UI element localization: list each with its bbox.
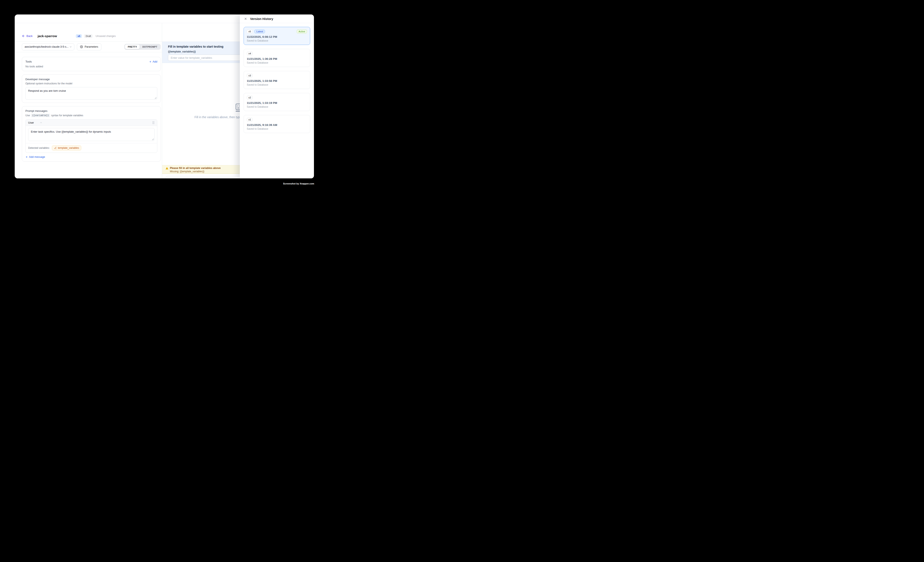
version-badge: v5 <box>76 34 82 38</box>
page-title: jack-sparrow <box>38 34 57 38</box>
back-button[interactable]: Back <box>22 34 33 37</box>
version-list: v5 Latest Active 11/22/2025, 6:08:12 PM … <box>240 23 314 141</box>
hint-prefix: Use <box>26 114 30 117</box>
add-tool-label: Add <box>153 60 157 63</box>
prompt-editor-column: Back jack-sparrow v5 Draft Unsaved chang… <box>15 23 162 178</box>
version-status: Saved to Database <box>247 39 307 42</box>
plus-icon <box>149 60 152 63</box>
version-number-badge: v4 <box>247 52 253 55</box>
prompt-messages-title: Prompt messages <box>26 109 157 112</box>
user-message-input[interactable]: Enter task specifics. Use {{template_var… <box>28 128 154 141</box>
screenshot-credit: Screenshot by Xnapper.com <box>283 182 314 185</box>
plus-icon <box>26 156 28 158</box>
version-history-header: Version History <box>240 15 314 23</box>
version-timestamp: 11/21/2025, 1:33:56 PM <box>247 79 307 82</box>
version-history-panel: Version History v5 Latest Active 11/22/2… <box>240 15 314 178</box>
pencil-icon <box>54 147 57 149</box>
parameters-label: Parameters <box>85 45 98 48</box>
tools-card: Tools Add No tools added <box>22 57 161 71</box>
variable-chip-label: template_variables <box>58 146 79 149</box>
version-card[interactable]: v1 11/21/2025, 9:16:39 AM Saved to Datab… <box>244 115 310 133</box>
version-card[interactable]: v3 11/21/2025, 1:33:56 PM Saved to Datab… <box>244 71 310 89</box>
version-status: Saved to Database <box>247 61 307 64</box>
version-number-badge: v3 <box>247 74 253 78</box>
developer-message-subtitle: Optional system instructions for the mod… <box>26 82 157 85</box>
version-number-badge: v1 <box>247 118 253 121</box>
tab-dotprompt[interactable]: DOTPROMPT <box>140 45 160 49</box>
developer-message-card: Developer message Optional system instru… <box>22 75 161 103</box>
add-message-button[interactable]: Add message <box>26 155 157 158</box>
model-select-value: aws/anthropic/bedrock-claude-3-5-s... <box>25 45 69 48</box>
back-label: Back <box>27 34 33 37</box>
tools-title: Tools <box>26 60 32 63</box>
model-toolbar: aws/anthropic/bedrock-claude-3-5-s... Pa… <box>15 42 162 52</box>
model-select[interactable]: aws/anthropic/bedrock-claude-3-5-s... <box>22 43 74 50</box>
message-block: User Enter task specifics. U <box>26 120 157 153</box>
warning-triangle-icon <box>165 167 168 170</box>
unsaved-changes-text: Unsaved changes <box>96 34 116 37</box>
message-header: User <box>26 120 157 126</box>
draft-badge: Draft <box>84 34 93 38</box>
back-arrow-icon <box>22 34 25 37</box>
tab-pretty[interactable]: PRETTY <box>125 45 140 49</box>
version-card[interactable]: v5 Latest Active 11/22/2025, 6:08:12 PM … <box>244 27 310 45</box>
version-status: Saved to Database <box>247 83 307 86</box>
version-status: Saved to Database <box>247 127 307 130</box>
version-timestamp: 11/21/2025, 1:33:19 PM <box>247 102 307 105</box>
version-history-title: Version History <box>250 17 273 21</box>
developer-message-input[interactable]: Respond as you are tom cruise <box>26 87 157 100</box>
version-timestamp: 11/22/2025, 6:08:12 PM <box>247 35 307 39</box>
developer-message-title: Developer message <box>26 78 157 81</box>
close-icon[interactable] <box>244 17 247 20</box>
version-timestamp: 11/21/2025, 9:16:39 AM <box>247 123 307 127</box>
active-badge: Active <box>297 30 307 33</box>
parameters-button[interactable]: Parameters <box>77 43 101 50</box>
chevron-down-icon <box>40 121 42 124</box>
view-mode-toggle: PRETTY DOTPROMPT <box>124 44 160 50</box>
add-tool-button[interactable]: Add <box>149 60 157 63</box>
drag-handle-icon[interactable] <box>152 121 154 124</box>
latest-badge: Latest <box>254 30 265 33</box>
template-variable-chip[interactable]: template_variables <box>52 145 81 151</box>
editor-scroll-area: Tools Add No tools added Developer messa… <box>15 52 162 178</box>
no-tools-text: No tools added <box>26 65 157 68</box>
version-card[interactable]: v4 11/21/2025, 1:36:28 PM Saved to Datab… <box>244 49 310 67</box>
prompt-messages-card: Prompt messages Use {{variable}} syntax … <box>22 106 161 161</box>
version-card[interactable]: v2 11/21/2025, 1:33:19 PM Saved to Datab… <box>244 93 310 111</box>
warning-title-text: Please fill in all template variables ab… <box>170 167 221 170</box>
version-status: Saved to Database <box>247 105 307 108</box>
hint-suffix: syntax for template variables <box>51 114 83 117</box>
role-select[interactable]: User <box>28 121 42 124</box>
version-number-badge: v5 <box>247 30 253 33</box>
chevron-down-icon <box>69 46 72 48</box>
template-syntax-hint: Use {{variable}} syntax for template var… <box>26 114 157 117</box>
detected-variables-label: Detected variables: <box>28 146 50 149</box>
page-header: Back jack-sparrow v5 Draft Unsaved chang… <box>15 23 162 42</box>
role-value: User <box>28 121 34 124</box>
detected-variables-row: Detected variables: template_variables <box>26 143 157 152</box>
empty-state-text: Fill in the variables above, then typ <box>195 115 240 119</box>
version-timestamp: 11/21/2025, 1:36:28 PM <box>247 57 307 60</box>
version-number-badge: v2 <box>247 96 253 99</box>
add-message-label: Add message <box>29 155 45 158</box>
variable-syntax-pill: {{variable}} <box>31 114 50 117</box>
gear-icon <box>80 45 83 48</box>
app-window: Back jack-sparrow v5 Draft Unsaved chang… <box>15 15 314 178</box>
